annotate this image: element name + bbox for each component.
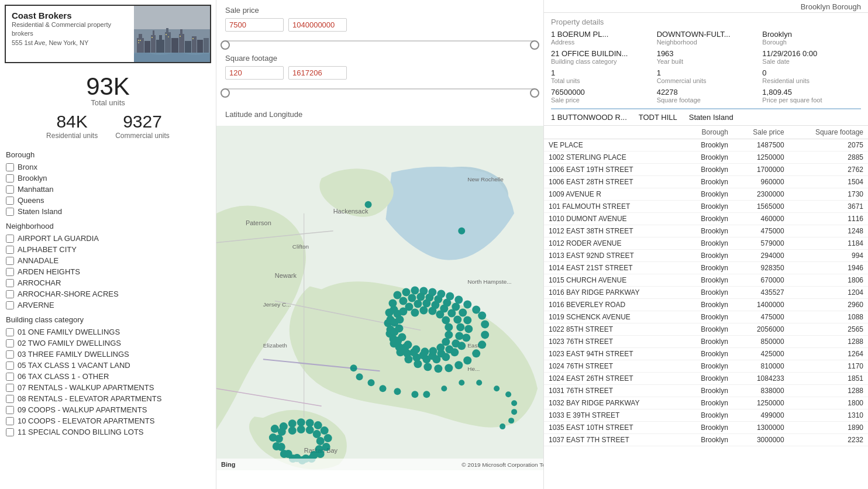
controls-section: Sale price Square footage: [216, 0, 543, 108]
table-row[interactable]: 1031 76TH STREETBrooklyn8380001288: [544, 385, 868, 397]
sale-price-max-input[interactable]: [288, 18, 347, 32]
neighborhood-checkbox-item: ALPHABET CITY: [6, 244, 210, 255]
map-container[interactable]: Paterson Yonkers Newark Jersey C... Hack…: [216, 121, 543, 475]
table-row[interactable]: 1012 RODER AVENUEBrooklyn5790001184: [544, 237, 868, 250]
neighborhood-checkbox[interactable]: [6, 301, 14, 309]
table-row[interactable]: 1037 EAST 7TH STREETBrooklyn30000002232: [544, 434, 868, 446]
borough-checkbox[interactable]: [6, 185, 14, 194]
borough-checkbox-label: Bronx: [18, 163, 37, 171]
sale-price-thumb-left[interactable]: [221, 40, 230, 50]
svg-point-58: [481, 330, 489, 339]
sale-price-min-input[interactable]: [225, 18, 284, 32]
building-class-checkbox[interactable]: [6, 384, 14, 392]
table-row[interactable]: 1016 BEVERLEY ROADBrooklyn14000002960: [544, 299, 868, 311]
svg-point-139: [321, 426, 329, 435]
sale-price-slider[interactable]: [225, 35, 535, 47]
svg-point-103: [453, 315, 461, 323]
neighborhood-checkbox[interactable]: [6, 290, 14, 298]
square-footage-inputs: [225, 66, 535, 80]
building-class-checkbox[interactable]: [6, 417, 14, 425]
cell-borough: Brooklyn: [682, 164, 732, 176]
table-row[interactable]: 1032 BAY RIDGE PARKWAYBrooklyn1250000180…: [544, 397, 868, 409]
neighborhood-checkbox[interactable]: [6, 235, 14, 243]
table-row[interactable]: 1013 EAST 92ND STREETBrooklyn294000994: [544, 250, 868, 262]
neighborhood-checkbox-label: ARVERNE: [18, 301, 54, 309]
total-units-number: 93K: [6, 73, 210, 101]
cell-sqft: 1310: [789, 409, 868, 422]
table-row[interactable]: VE PLACEBrooklyn14875002075: [544, 139, 868, 151]
cell-address: 1006 EAST 19TH STREET: [544, 164, 682, 176]
svg-point-65: [423, 363, 432, 371]
sqft-track: [225, 88, 535, 89]
borough-checkbox[interactable]: [6, 208, 14, 216]
cell-sale-price: 435527: [733, 287, 789, 299]
building-class-checkbox[interactable]: [6, 361, 14, 370]
table-row[interactable]: 1002 STERLING PLACEBrooklyn12500002885: [544, 151, 868, 164]
svg-point-56: [478, 311, 486, 319]
table-row[interactable]: 1015 CHURCH AVENUEBrooklyn6700001806: [544, 274, 868, 287]
neighborhood-checkbox[interactable]: [6, 257, 14, 265]
sqft-min-input[interactable]: [225, 66, 284, 80]
sqft-thumb-right[interactable]: [530, 88, 539, 98]
cell-sqft: 2960: [789, 299, 868, 311]
svg-point-129: [404, 340, 412, 349]
svg-rect-19: [140, 40, 141, 41]
neighborhood-checkbox[interactable]: [6, 279, 14, 287]
cell-sqft: 1116: [789, 213, 868, 225]
svg-point-122: [445, 323, 453, 331]
table-row[interactable]: 1023 EAST 94TH STREETBrooklyn4250001264: [544, 348, 868, 360]
neighborhood-checkbox[interactable]: [6, 268, 14, 276]
table-row[interactable]: 1033 E 39TH STREETBrooklyn4990001310: [544, 409, 868, 422]
cell-sqft: 1946: [789, 262, 868, 274]
building-class-checkbox[interactable]: [6, 373, 14, 381]
borough-checkbox[interactable]: [6, 197, 14, 205]
building-class-checkbox[interactable]: [6, 395, 14, 403]
svg-point-99: [422, 299, 430, 307]
sale-price-thumb-right[interactable]: [530, 40, 539, 50]
cell-borough: Brooklyn: [682, 151, 732, 164]
building-class-checkbox[interactable]: [6, 428, 14, 436]
svg-point-75: [408, 294, 416, 302]
svg-rect-20: [138, 42, 139, 43]
svg-point-107: [445, 345, 453, 353]
cell-borough: Brooklyn: [682, 385, 732, 397]
table-row[interactable]: 1035 EAST 10TH STREETBrooklyn13000001890: [544, 422, 868, 434]
table-row[interactable]: 1006 EAST 19TH STREETBrooklyn17000002762: [544, 164, 868, 176]
sqft-slider[interactable]: [225, 83, 535, 95]
cell-borough: Brooklyn: [682, 225, 732, 237]
building-class-checkbox[interactable]: [6, 328, 14, 336]
borough-checkbox[interactable]: [6, 163, 14, 171]
table-row[interactable]: 1012 EAST 38TH STREETBrooklyn4750001248: [544, 225, 868, 237]
neighborhood-checkbox[interactable]: [6, 246, 14, 254]
prop-sqft: 42278 Square footage: [657, 88, 756, 104]
table-row[interactable]: 1016 BAY RIDGE PARKWAYBrooklyn4355271204: [544, 287, 868, 299]
sqft-thumb-left[interactable]: [221, 88, 230, 98]
table-row[interactable]: 1022 85TH STREETBrooklyn20560002565: [544, 323, 868, 336]
svg-point-163: [365, 201, 372, 208]
svg-rect-13: [180, 29, 182, 35]
table-row[interactable]: 1019 SCHENCK AVENUEBrooklyn4750001088: [544, 311, 868, 323]
cell-address: 1019 SCHENCK AVENUE: [544, 311, 682, 323]
sub-stats-row: 84K Residential units 9327 Commercial un…: [6, 112, 210, 140]
table-row[interactable]: 1024 76TH STREETBrooklyn8100001170: [544, 360, 868, 373]
building-class-checkbox[interactable]: [6, 406, 14, 414]
sale-price-label: Sale price: [225, 6, 535, 15]
building-class-checkbox[interactable]: [6, 350, 14, 359]
table-row[interactable]: 1010 DUMONT AVENUEBrooklyn4600001116: [544, 213, 868, 225]
svg-rect-25: [192, 38, 194, 39]
property-details-grid: 1 BOERUM PL... Address DOWNTOWN-FULT... …: [551, 30, 861, 104]
svg-point-84: [462, 333, 470, 342]
building-class-checkbox-label: 06 TAX CLASS 1 - OTHER: [18, 372, 109, 381]
sqft-max-input[interactable]: [288, 66, 347, 80]
table-row[interactable]: 101 FALMOUTH STREETBrooklyn15650003671: [544, 201, 868, 213]
building-class-checkbox[interactable]: [6, 339, 14, 347]
table-row[interactable]: 1009 AVENUE RBrooklyn23000001730: [544, 188, 868, 201]
table-row[interactable]: 1014 EAST 21ST STREETBrooklyn9283501946: [544, 262, 868, 274]
broker-card: Coast Brokers Residential & Commercial p…: [5, 5, 211, 63]
svg-point-180: [350, 364, 357, 371]
borough-checkbox[interactable]: [6, 174, 14, 182]
cell-borough: Brooklyn: [682, 373, 732, 385]
table-row[interactable]: 1023 76TH STREETBrooklyn8500001288: [544, 336, 868, 348]
table-row[interactable]: 1024 EAST 26TH STREETBrooklyn10842331851: [544, 373, 868, 385]
table-row[interactable]: 1006 EAST 28TH STREETBrooklyn9600001504: [544, 176, 868, 188]
